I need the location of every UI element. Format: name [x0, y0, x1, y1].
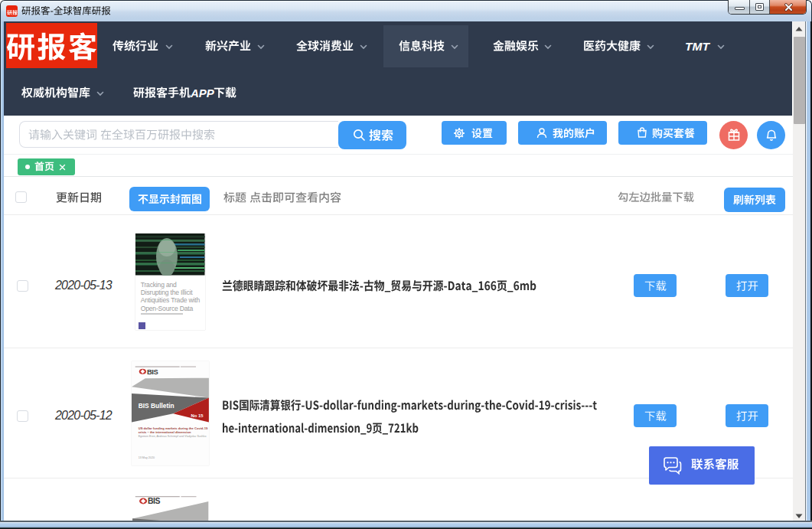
svg-text:BIS Bulletin: BIS Bulletin — [139, 402, 174, 410]
svg-text:crisis – the international dim: crisis – the international dimension — [139, 430, 191, 434]
svg-text:Egemen Eren, Andreas Schrimpf: Egemen Eren, Andreas Schrimpf and Vladys… — [139, 435, 207, 438]
svg-text:BIS: BIS — [147, 367, 158, 375]
svg-text:BIS: BIS — [148, 496, 161, 505]
svg-text:13 May 2020: 13 May 2020 — [139, 456, 155, 459]
svg-text:No 15: No 15 — [191, 413, 204, 417]
